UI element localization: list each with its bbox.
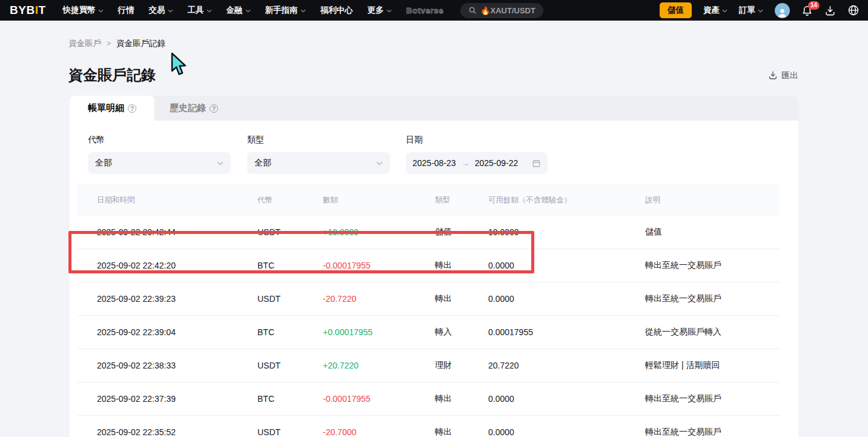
cell-amount: -0.00017955 <box>323 394 435 404</box>
table-row[interactable]: 2025-09-02 22:37:39BTC-0.00017955轉出0.000… <box>77 382 780 416</box>
nav-item-0[interactable]: 快捷買幣 <box>63 5 104 16</box>
type-filter-label: 類型 <box>247 135 390 145</box>
tab-1[interactable]: 歷史記錄? <box>154 96 233 121</box>
chevron-down-icon <box>386 9 392 13</box>
search-ticker: XAUT/USDT <box>491 6 535 15</box>
notifications-button[interactable]: 14 <box>801 5 813 16</box>
table-body: 2025-09-22 20:42:44USDT+10.0000儲值10.0000… <box>77 216 780 437</box>
cell-type: 轉出 <box>435 393 488 404</box>
table-row[interactable]: 2025-09-02 22:39:23USDT-20.7220轉出0.0000轉… <box>77 282 780 316</box>
filter-row: 代幣 全部 類型 全部 日期 2025-08-23 → 2025-09-22 <box>70 121 798 184</box>
chevron-down-icon <box>217 161 224 165</box>
cell-type: 轉出 <box>435 260 488 271</box>
logo-text-t: T <box>38 4 45 16</box>
cell-description: 轉出至統一交易賬戶 <box>645 427 780 437</box>
nav-item-5[interactable]: 新手指南 <box>265 5 306 16</box>
date-range-picker[interactable]: 2025-08-23 → 2025-09-22 <box>406 152 548 174</box>
table-row[interactable]: 2025-09-02 22:35:52USDT-20.7000轉出0.0000轉… <box>77 416 780 437</box>
table-header-row: 日期和時間代幣數額類型可用餘額（不含體驗金）說明 <box>77 184 780 216</box>
breadcrumb-funding-account[interactable]: 資金賬戶 <box>68 38 101 49</box>
chevron-down-icon <box>207 9 212 13</box>
cell-description: 轉出至統一交易賬戶 <box>645 260 780 271</box>
cell-balance: 0.00017955 <box>488 327 645 337</box>
type-filter-select[interactable]: 全部 <box>247 152 390 174</box>
orders-menu[interactable]: 訂單 <box>739 5 763 16</box>
cell-datetime: 2025-09-02 22:35:52 <box>97 427 257 437</box>
export-button[interactable]: 匯出 <box>768 67 798 84</box>
chevron-down-icon <box>300 9 306 13</box>
nav-item-label: 福利中心 <box>320 5 353 16</box>
language-button[interactable] <box>847 4 860 16</box>
chevron-down-icon <box>98 9 104 13</box>
nav-item-3[interactable]: 工具 <box>188 5 212 16</box>
cell-amount: -0.00017955 <box>323 261 435 270</box>
avatar[interactable] <box>775 3 790 18</box>
coin-filter-select[interactable]: 全部 <box>88 152 231 174</box>
cell-type: 轉出 <box>435 427 488 437</box>
help-icon[interactable]: ? <box>210 104 218 113</box>
nav-item-1[interactable]: 行情 <box>118 5 134 16</box>
cell-datetime: 2025-09-02 22:37:39 <box>97 394 257 404</box>
download-app-button[interactable] <box>824 5 836 16</box>
table-row[interactable]: 2025-09-22 20:42:44USDT+10.0000儲值10.0000… <box>77 216 780 249</box>
column-header: 代幣 <box>257 195 323 205</box>
table-row[interactable]: 2025-09-02 22:38:33USDT+20.7220理財20.7220… <box>77 349 780 382</box>
user-icon <box>777 7 788 18</box>
cell-balance: 10.0000 <box>488 227 645 237</box>
cell-datetime: 2025-09-02 22:42:20 <box>97 261 257 270</box>
nav-item-label: 交易 <box>149 5 165 16</box>
cell-coin: USDT <box>257 361 323 370</box>
tab-bar: 帳單明細?歷史記錄? <box>70 96 798 121</box>
help-icon[interactable]: ? <box>128 104 136 113</box>
orders-label: 訂單 <box>739 5 755 16</box>
cell-coin: BTC <box>257 261 323 270</box>
chevron-down-icon <box>376 161 383 165</box>
nav-item-label: 行情 <box>118 5 134 16</box>
breadcrumb: 資金賬戶 > 資金賬戶記錄 <box>0 21 868 49</box>
cell-description: 從統一交易賬戶轉入 <box>645 327 780 338</box>
column-header: 數額 <box>323 195 435 205</box>
tab-0[interactable]: 帳單明細? <box>70 96 154 121</box>
cell-description: 轉出至統一交易賬戶 <box>645 293 780 304</box>
chevron-down-icon <box>245 9 251 13</box>
breadcrumb-separator: > <box>107 39 111 48</box>
assets-menu[interactable]: 資產 <box>703 5 727 16</box>
search-icon <box>468 6 477 15</box>
top-navbar: BYBIT 快捷買幣行情交易工具金融新手指南福利中心更多Botverse 🔥XA… <box>0 0 868 21</box>
type-filter-value: 全部 <box>254 158 271 168</box>
cell-coin: USDT <box>257 294 323 304</box>
nav-item-2[interactable]: 交易 <box>149 5 173 16</box>
column-header: 說明 <box>645 195 780 205</box>
cell-type: 轉入 <box>435 327 488 338</box>
cell-amount: +0.00017955 <box>323 327 435 337</box>
table-row[interactable]: 2025-09-02 22:39:04BTC+0.00017955轉入0.000… <box>77 316 780 349</box>
cell-datetime: 2025-09-02 22:39:04 <box>97 327 257 337</box>
cell-balance: 20.7220 <box>488 361 645 370</box>
nav-item-4[interactable]: 金融 <box>227 5 251 16</box>
table-row[interactable]: 2025-09-02 22:42:20BTC-0.00017955轉出0.000… <box>77 249 780 282</box>
cell-balance: 0.0000 <box>488 261 645 270</box>
cell-coin: USDT <box>257 227 323 237</box>
assets-label: 資產 <box>703 5 720 16</box>
search-box[interactable]: 🔥XAUT/USDT <box>460 3 543 18</box>
column-header: 類型 <box>435 195 488 205</box>
record-card: 帳單明細?歷史記錄? 代幣 全部 類型 全部 日期 2025-08-23 <box>70 96 798 437</box>
nav-item-label: 工具 <box>188 5 204 16</box>
nav-item-7[interactable]: 更多 <box>368 5 392 16</box>
nav-item-label: 更多 <box>368 5 384 16</box>
cell-coin: BTC <box>257 394 323 404</box>
deposit-button[interactable]: 儲值 <box>660 2 692 18</box>
bybit-logo[interactable]: BYBIT <box>10 4 46 17</box>
calendar-icon <box>532 159 541 168</box>
breadcrumb-current: 資金賬戶記錄 <box>116 38 165 49</box>
chevron-down-icon <box>758 9 763 13</box>
cell-type: 轉出 <box>435 293 488 304</box>
cell-datetime: 2025-09-02 22:38:33 <box>97 361 257 370</box>
cell-balance: 0.0000 <box>488 427 645 437</box>
nav-item-8[interactable]: Botverse <box>406 6 444 15</box>
cell-description: 輕鬆理財 | 活期贖回 <box>645 360 780 371</box>
column-header: 日期和時間 <box>97 195 257 205</box>
column-header: 可用餘額（不含體驗金） <box>488 195 645 205</box>
nav-item-6[interactable]: 福利中心 <box>320 5 353 16</box>
download-icon <box>824 5 836 16</box>
